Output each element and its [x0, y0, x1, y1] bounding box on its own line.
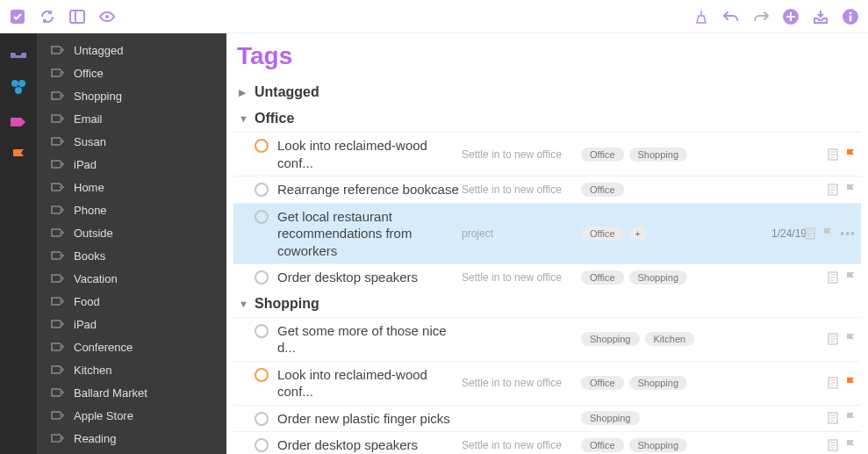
tag-pill[interactable]: Shopping [581, 411, 640, 425]
inbox-icon[interactable] [812, 8, 829, 25]
checkbox-icon[interactable] [9, 8, 26, 25]
svg-point-25 [60, 369, 61, 371]
task-checkbox[interactable] [255, 368, 269, 382]
sync-icon[interactable] [39, 8, 56, 25]
task-project: Settle in to new office [462, 271, 576, 284]
task-row[interactable]: Look into reclaimed-wood conf...Settle i… [233, 132, 861, 176]
flag-icon[interactable] [845, 377, 856, 389]
task-row[interactable]: Order new plastic finger picksShopping [233, 405, 861, 432]
sidebar-item[interactable]: Untagged [37, 39, 226, 61]
inbox-tab-icon[interactable] [9, 42, 28, 61]
tag-icon [51, 113, 65, 124]
cleanup-icon[interactable] [692, 8, 710, 25]
tag-pill[interactable]: Office [581, 183, 624, 197]
sidebar-item[interactable]: Cats [37, 450, 226, 454]
add-tag-pill[interactable]: + [629, 227, 647, 241]
task-title-col: Order desktop speakers [277, 436, 462, 454]
svg-point-11 [60, 49, 61, 51]
sidebar-item[interactable]: Home [37, 176, 226, 198]
task-row[interactable]: Rearrange reference bookcaseSettle in to… [233, 176, 861, 203]
tag-pill[interactable]: Shopping [629, 270, 688, 285]
sidebar-item[interactable]: Reading [37, 427, 226, 450]
eye-icon[interactable] [98, 8, 116, 25]
sidebar-item[interactable]: Shopping [37, 84, 226, 107]
tag-pill[interactable]: Office [581, 148, 624, 162]
note-icon[interactable] [828, 271, 838, 284]
tag-pill[interactable]: Office [581, 438, 624, 452]
more-icon[interactable]: ••• [840, 227, 856, 241]
sidebar-item[interactable]: Food [37, 290, 226, 313]
sidebar-item[interactable]: Ballard Market [37, 381, 226, 404]
note-icon[interactable] [828, 377, 838, 389]
svg-point-27 [60, 414, 61, 416]
sidebar-item[interactable]: Vacation [37, 267, 226, 290]
sidebar-item[interactable]: Books [37, 244, 226, 267]
task-row[interactable]: Get local restaurant recommen­dations fr… [233, 203, 861, 264]
task-checkbox[interactable] [255, 210, 269, 224]
task-tags: Shopping [576, 411, 757, 425]
note-icon[interactable] [828, 412, 838, 424]
sidebar-item[interactable]: Phone [37, 198, 226, 221]
svg-point-19 [60, 232, 61, 234]
task-title-col: Look into reclaimed-wood conf... [277, 137, 462, 171]
tag-icon [51, 433, 65, 443]
note-icon[interactable] [805, 227, 815, 240]
toolbar-right [692, 8, 859, 25]
tag-icon [51, 45, 65, 55]
task-title: Look into reclaimed-wood conf... [277, 137, 462, 171]
tag-pill[interactable]: Shopping [629, 376, 688, 390]
add-icon[interactable] [782, 8, 800, 25]
flag-icon[interactable] [845, 148, 856, 161]
svg-point-22 [60, 300, 61, 302]
svg-point-10 [15, 87, 22, 94]
task-row[interactable]: Look into reclaimed-wood conf...Settle i… [233, 361, 861, 405]
redo-icon[interactable] [752, 8, 770, 25]
undo-icon[interactable] [722, 8, 740, 25]
task-checkbox[interactable] [255, 412, 269, 426]
projects-tab-icon[interactable] [9, 77, 28, 97]
flag-icon[interactable] [845, 439, 856, 451]
task-row[interactable]: Order desktop speakersSettle in to new o… [233, 431, 861, 454]
sidebar-item[interactable]: Apple Store [37, 404, 226, 427]
section-header[interactable]: ▶Untagged [233, 79, 861, 105]
tag-pill[interactable]: Kitchen [645, 332, 695, 346]
flag-icon[interactable] [845, 184, 856, 196]
note-icon[interactable] [828, 333, 838, 345]
sidebar-toggle-icon[interactable] [68, 8, 86, 25]
flag-icon[interactable] [845, 271, 856, 284]
task-checkbox[interactable] [255, 324, 269, 338]
sidebar-item[interactable]: Susan [37, 130, 226, 153]
sidebar-item[interactable]: Outside [37, 221, 226, 244]
sidebar-item[interactable]: Email [37, 107, 226, 130]
note-icon[interactable] [828, 184, 838, 196]
note-icon[interactable] [828, 148, 838, 161]
sidebar-item[interactable]: iPad [37, 153, 226, 176]
flag-icon[interactable] [822, 227, 833, 240]
task-row[interactable]: Order desktop speakersSettle in to new o… [233, 263, 861, 291]
info-icon[interactable] [842, 8, 859, 25]
tag-pill[interactable]: Office [581, 227, 624, 241]
task-title-col: Rearrange reference bookcase [277, 181, 462, 198]
tags-tab-icon[interactable] [9, 112, 28, 132]
sidebar-item[interactable]: Conference [37, 335, 226, 358]
sidebar-item[interactable]: iPad [37, 313, 226, 335]
tag-pill[interactable]: Shopping [629, 438, 688, 452]
task-checkbox[interactable] [255, 270, 269, 285]
note-icon[interactable] [828, 439, 838, 451]
tag-pill[interactable]: Shopping [629, 148, 688, 162]
tag-pill[interactable]: Office [581, 376, 624, 390]
section-header[interactable]: ▼Office [233, 105, 861, 132]
sidebar-item[interactable]: Kitchen [37, 358, 226, 381]
tag-pill[interactable]: Shopping [581, 332, 640, 346]
task-checkbox[interactable] [255, 139, 269, 153]
task-checkbox[interactable] [255, 183, 269, 197]
flagged-tab-icon[interactable] [9, 148, 28, 167]
task-row[interactable]: Get some more of those nice d...Shopping… [233, 317, 861, 361]
flag-icon[interactable] [845, 412, 856, 424]
section-header[interactable]: ▼Shopping [233, 291, 861, 317]
task-tags: OfficeShopping [576, 270, 757, 285]
sidebar-item[interactable]: Office [37, 61, 226, 84]
flag-icon[interactable] [845, 333, 856, 345]
task-checkbox[interactable] [255, 438, 269, 452]
tag-pill[interactable]: Office [581, 270, 624, 285]
